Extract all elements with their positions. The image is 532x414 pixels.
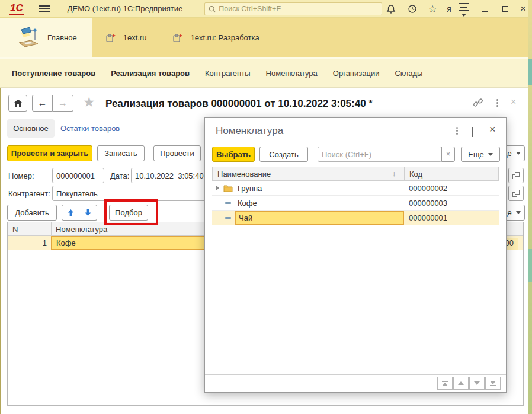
column-header-code[interactable]: Код [409, 170, 422, 179]
post-button[interactable]: Провести [153, 145, 201, 161]
column-header-nomenclature[interactable]: Номенклатура [56, 225, 107, 234]
go-down-button[interactable] [469, 377, 485, 390]
notifications-bell-icon[interactable] [382, 0, 400, 18]
dialog-search-input[interactable] [318, 147, 442, 162]
more-actions-icon[interactable] [496, 99, 498, 107]
row-name[interactable]: Кофе [238, 199, 257, 208]
dialog-title: Номенклатура [216, 125, 283, 137]
more-button-label: Еще [468, 150, 483, 159]
link-ostatki-tovarov[interactable]: Остатки товаров [60, 124, 120, 133]
dropdown-arrow-icon [516, 211, 521, 214]
triangle-down-icon [474, 381, 480, 385]
menu-item-goods-sale[interactable]: Реализация товаров [111, 69, 190, 78]
nomenclature-dialog: Номенклатура × Выбрать Создать × Еще Наи… [204, 117, 507, 393]
row-code[interactable]: 000000002 [409, 184, 447, 193]
favorites-star-icon[interactable]: ☆ [424, 0, 441, 18]
menu-item-organizations[interactable]: Организации [333, 69, 380, 78]
subsystem-tab-label: 1ext.ru [123, 33, 147, 42]
row-name[interactable]: Группа [238, 184, 262, 193]
highlight-annotation-box [104, 199, 158, 225]
service-menu-icon[interactable] [455, 0, 473, 18]
maximize-button[interactable] [496, 0, 514, 18]
expand-arrow-icon[interactable] [216, 186, 219, 190]
item-dash-icon [225, 217, 231, 219]
subsystem-icon [172, 32, 183, 43]
sort-descending-icon[interactable]: ↓ [392, 169, 396, 178]
dialog-table-header[interactable]: Наименование ↓ Код [212, 167, 499, 181]
dropdown-arrow-icon [516, 152, 521, 155]
date-open-button[interactable] [508, 168, 524, 183]
menu-item-warehouses[interactable]: Склады [395, 69, 422, 78]
back-button[interactable]: ← [32, 95, 53, 112]
column-divider[interactable] [404, 167, 405, 181]
get-link-icon[interactable] [473, 98, 483, 110]
menu-item-contractors[interactable]: Контрагенты [205, 69, 251, 78]
row-number-cell[interactable]: 1 [8, 238, 47, 247]
search-icon [209, 5, 216, 13]
column-header-n[interactable]: N [12, 225, 18, 234]
subsystem-tab-bar: Главное 1ext.ru 1ext.ru: Разработка [0, 18, 529, 57]
tab-1ext[interactable]: 1ext.ru [92, 18, 160, 57]
history-icon[interactable] [403, 0, 421, 18]
add-row-button[interactable]: Добавить [7, 205, 57, 221]
arrow-down-icon [84, 209, 92, 216]
dropdown-arrow-icon [488, 153, 493, 156]
global-search-input[interactable] [219, 5, 378, 13]
open-icon [512, 172, 520, 179]
item-dash-icon [225, 202, 231, 204]
dialog-table-row-item[interactable]: Кофе 000000003 [212, 196, 499, 211]
row-code[interactable]: 000000001 [409, 214, 447, 222]
date-label: Дата: [110, 171, 129, 180]
tab-1ext-dev[interactable]: 1ext.ru: Разработка [159, 18, 272, 57]
open-icon [512, 190, 520, 197]
tab-osnovnoe[interactable]: Основное [7, 119, 55, 138]
post-and-close-button[interactable]: Провести и закрыть [7, 145, 92, 161]
tab-main[interactable]: Главное [0, 18, 92, 57]
background-strip-accent [528, 249, 532, 282]
dialog-close-icon[interactable]: × [489, 123, 496, 136]
favorite-star-icon[interactable]: ★ [83, 95, 95, 109]
write-button[interactable]: Записать [97, 145, 145, 161]
menu-item-goods-receipt[interactable]: Поступление товаров [12, 69, 95, 78]
dialog-more-icon[interactable] [456, 127, 458, 135]
go-last-button[interactable] [485, 377, 501, 390]
column-divider[interactable] [51, 222, 52, 236]
subsystem-tab-label: 1ext.ru: Разработка [190, 33, 259, 42]
dialog-footer-divider [205, 374, 506, 375]
global-search[interactable] [204, 2, 382, 15]
triangle-down-icon [490, 381, 496, 384]
minimize-button[interactable] [476, 0, 493, 18]
partner-open-button[interactable] [508, 186, 524, 201]
column-header-name[interactable]: Наименование [217, 170, 271, 179]
search-clear-button[interactable]: × [441, 147, 455, 162]
hamburger-menu-icon[interactable] [39, 5, 50, 12]
menu-item-nomenclature[interactable]: Номенклатура [266, 69, 318, 78]
partner-label: Контрагент: [8, 189, 50, 198]
row-name-selected[interactable]: Чай [235, 211, 404, 225]
subsystem-tab-label: Главное [47, 33, 77, 42]
history-nav-group: ← → [32, 95, 73, 112]
row-code[interactable]: 000000003 [409, 199, 447, 208]
app-title: ДЕМО (1ext.ru) 1С:Предприятие [68, 4, 182, 13]
go-first-button[interactable] [437, 377, 453, 390]
home-icon [14, 99, 23, 107]
move-row-up-button[interactable] [62, 205, 79, 221]
home-button[interactable] [8, 95, 27, 112]
number-field[interactable] [52, 168, 104, 183]
background-strip-accent [528, 59, 532, 85]
go-up-button[interactable] [453, 377, 469, 390]
triangle-up-icon [458, 381, 464, 385]
dialog-table-row-group[interactable]: Группа 000000002 [212, 181, 499, 196]
move-row-down-button[interactable] [79, 205, 97, 221]
arrow-up-icon [67, 209, 75, 216]
dialog-maximize-icon[interactable] [472, 128, 473, 136]
sections-menu: Поступление товаров Реализация товаров К… [0, 59, 529, 88]
dialog-table-row-item-selected[interactable]: Чай 000000001 [212, 211, 499, 225]
subsystem-icon [105, 32, 116, 43]
window-frame-left [0, 88, 1, 414]
dialog-more-button[interactable]: Еще [461, 147, 500, 162]
create-button[interactable]: Создать [259, 147, 308, 162]
forward-button[interactable]: → [53, 95, 73, 112]
close-form-icon[interactable]: × [511, 97, 516, 107]
select-button[interactable]: Выбрать [212, 147, 255, 162]
